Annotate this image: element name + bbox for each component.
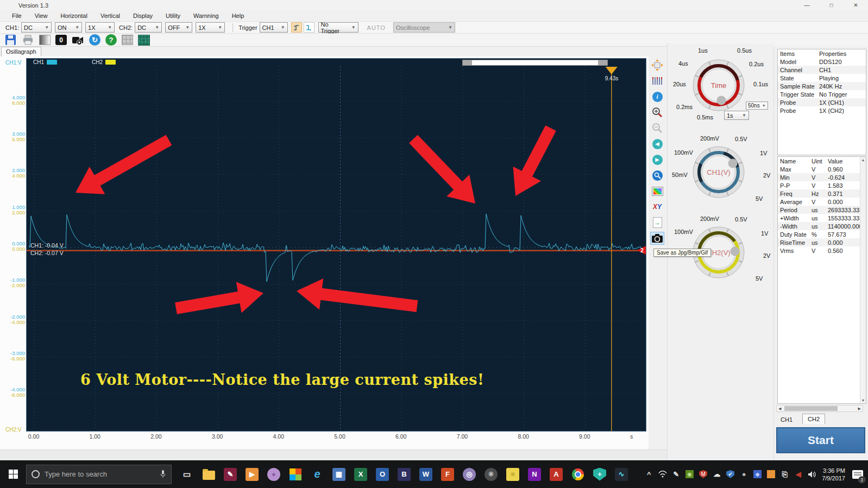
table-row[interactable]: Sample Rate240K Hz bbox=[778, 82, 866, 90]
gear-app-icon[interactable]: ✳ bbox=[480, 460, 502, 488]
trigger-source-select[interactable]: CH1▼ bbox=[260, 22, 288, 33]
word-icon[interactable]: W bbox=[415, 460, 437, 488]
palette-icon[interactable] bbox=[650, 185, 664, 198]
export-icon[interactable]: → bbox=[650, 216, 664, 229]
save-icon[interactable] bbox=[4, 34, 17, 46]
table-row[interactable]: +Widthus1553333.333 bbox=[778, 214, 860, 222]
table-row[interactable]: Trigger StateNo Trigger bbox=[778, 90, 866, 98]
xy-mode-icon[interactable]: XY bbox=[650, 200, 664, 213]
menu-display[interactable]: Display bbox=[127, 11, 159, 20]
table-row[interactable]: -Widthus1140000.000 bbox=[778, 222, 860, 230]
menu-horizontal[interactable]: Horizontal bbox=[54, 11, 94, 20]
defender-icon[interactable]: ✔ bbox=[726, 470, 735, 479]
prev-icon[interactable]: ◀ bbox=[650, 137, 664, 150]
horizontal-position-scrollbar[interactable] bbox=[462, 60, 608, 66]
foxit-icon[interactable]: F bbox=[437, 460, 458, 488]
zero-counter[interactable]: 0 bbox=[55, 35, 67, 45]
ch1-coupling-select[interactable]: DC▼ bbox=[21, 22, 52, 33]
ch1-volts-knob[interactable]: CH1(V) bbox=[678, 131, 759, 213]
outlook-icon[interactable]: O bbox=[372, 460, 393, 488]
horizontal-scrollbar[interactable]: ◀▶ bbox=[776, 405, 863, 412]
tab-osillagraph[interactable]: Osillagraph bbox=[1, 47, 41, 56]
table-row[interactable]: P-PV1.583 bbox=[778, 181, 860, 189]
table-row[interactable]: VrmsV0.560 bbox=[778, 246, 860, 255]
mcafee-icon[interactable]: M bbox=[699, 470, 708, 479]
volume-icon[interactable] bbox=[807, 470, 816, 479]
pen-tray-icon[interactable]: ✎ bbox=[671, 470, 681, 479]
ch2-chip[interactable]: CH2 bbox=[92, 59, 116, 65]
start-menu-icon[interactable] bbox=[0, 460, 26, 488]
start-button[interactable]: Start bbox=[776, 427, 865, 453]
hw-monitor-icon[interactable]: ∿ bbox=[611, 460, 632, 488]
program-tray-icon[interactable]: ◆ bbox=[753, 470, 762, 479]
tab-ch1[interactable]: CH1 bbox=[776, 415, 797, 424]
ch1-state-select[interactable]: ON▼ bbox=[55, 22, 82, 33]
menu-help[interactable]: Help bbox=[225, 11, 251, 20]
tab-ch2[interactable]: CH2 bbox=[802, 414, 825, 424]
taskbar-clock[interactable]: 3:36 PM 7/9/2017 bbox=[822, 467, 845, 482]
camera-icon[interactable] bbox=[650, 232, 664, 245]
music-app-icon[interactable]: ● bbox=[263, 460, 285, 488]
chrome-icon[interactable] bbox=[567, 460, 589, 488]
grid-green-icon[interactable] bbox=[138, 35, 150, 46]
trigger-mode-select[interactable]: No Trigger▼ bbox=[318, 22, 358, 33]
acrobat-icon[interactable]: A bbox=[545, 460, 567, 488]
timebase-select[interactable]: 1s▼ bbox=[724, 111, 749, 120]
b-app-icon[interactable]: B bbox=[393, 460, 415, 488]
taskbar-search[interactable]: Type here to search bbox=[26, 465, 172, 484]
refresh-icon[interactable]: ↻ bbox=[89, 34, 100, 46]
table-row[interactable]: ModelDDS120 bbox=[778, 58, 866, 66]
excel-icon[interactable]: X bbox=[350, 460, 372, 488]
maximize-icon[interactable]: □ bbox=[819, 0, 844, 10]
table-row[interactable]: MaxV0.960 bbox=[778, 165, 860, 173]
info-icon[interactable]: i bbox=[650, 90, 664, 103]
table-row[interactable]: StatePlaying bbox=[778, 74, 866, 82]
contrast-icon[interactable] bbox=[39, 35, 51, 45]
minimize-icon[interactable]: — bbox=[795, 0, 819, 10]
ch1-probe-select[interactable]: 1X▼ bbox=[85, 22, 115, 33]
microphone-icon[interactable] bbox=[160, 470, 166, 479]
onenote-icon[interactable]: N bbox=[524, 460, 545, 488]
menu-view[interactable]: View bbox=[28, 11, 54, 20]
table-row[interactable]: Periodus2693333.333 bbox=[778, 206, 860, 214]
task-view-icon[interactable]: ▭ bbox=[176, 460, 198, 488]
pan-icon[interactable] bbox=[650, 59, 664, 72]
pen-app-icon[interactable]: ✎ bbox=[219, 460, 241, 488]
nvidia-icon[interactable]: ◉ bbox=[685, 470, 694, 479]
device-select[interactable]: Oscilloscope▼ bbox=[393, 22, 455, 33]
menu-warnning[interactable]: Warnning bbox=[187, 11, 225, 20]
wifi-icon[interactable] bbox=[658, 470, 667, 479]
edge-icon[interactable]: e bbox=[306, 460, 328, 488]
table-row[interactable]: Probe1X (CH2) bbox=[778, 106, 866, 115]
rising-edge-icon[interactable] bbox=[291, 22, 302, 33]
onedrive-icon[interactable]: ☁ bbox=[712, 470, 721, 479]
office-hub-icon[interactable] bbox=[285, 460, 306, 488]
disc-app-icon[interactable]: ◎ bbox=[458, 460, 480, 488]
close-icon[interactable]: ✕ bbox=[844, 0, 868, 10]
table-row[interactable]: AverageV0.000 bbox=[778, 198, 860, 206]
ch1-chip[interactable]: CH1 bbox=[33, 59, 57, 65]
video-app-icon[interactable]: ▶ bbox=[241, 460, 263, 488]
table-row[interactable]: ChannelCH1 bbox=[778, 66, 866, 74]
ch2-state-select[interactable]: OFF▼ bbox=[165, 22, 192, 33]
grid-gray-icon[interactable] bbox=[122, 35, 133, 45]
print-icon[interactable] bbox=[22, 34, 34, 46]
zoom-in-icon[interactable] bbox=[650, 106, 664, 119]
menu-vertical[interactable]: Vertical bbox=[94, 11, 127, 20]
menu-file[interactable]: File bbox=[5, 11, 28, 20]
falling-edge-icon[interactable] bbox=[304, 22, 315, 33]
time-fine-select[interactable]: 50ns▼ bbox=[746, 102, 768, 110]
next-icon[interactable]: ▶ bbox=[650, 153, 664, 166]
table-row[interactable]: Probe1X (CH1) bbox=[778, 98, 866, 106]
audio-tray-icon[interactable]: ◀ bbox=[794, 470, 803, 479]
table-row[interactable]: MinV-0.624 bbox=[778, 173, 860, 181]
action-center-icon[interactable]: 3 bbox=[850, 460, 866, 488]
menu-utility[interactable]: Utility bbox=[159, 11, 187, 20]
table-row[interactable]: Duty Rate%57.673 bbox=[778, 230, 860, 238]
calculator-icon[interactable]: ▦ bbox=[328, 460, 350, 488]
help-icon[interactable]: ? bbox=[105, 34, 117, 46]
color-tray-icon[interactable] bbox=[766, 470, 776, 479]
notes-app-icon[interactable]: ≡ bbox=[502, 460, 524, 488]
record-icon[interactable] bbox=[72, 34, 84, 46]
table-row[interactable]: RiseTimeus0.000 bbox=[778, 238, 860, 246]
